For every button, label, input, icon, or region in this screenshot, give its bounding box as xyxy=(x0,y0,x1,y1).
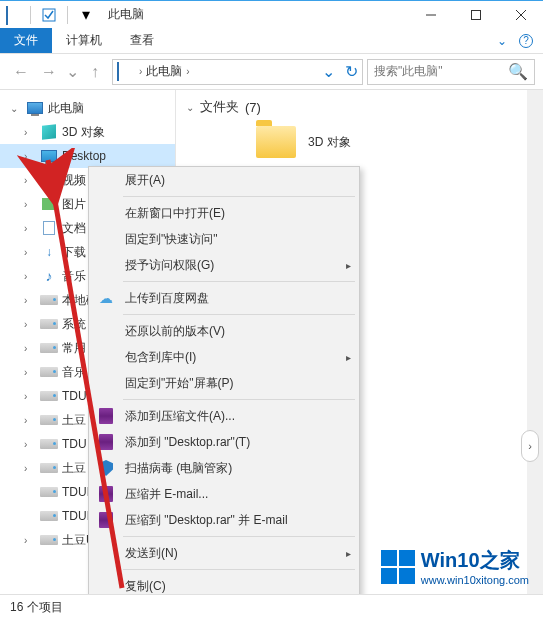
submenu-arrow-icon: ▸ xyxy=(346,352,351,363)
ctx-separator xyxy=(123,281,355,282)
music-icon: ♪ xyxy=(40,267,58,285)
tree-label: 图片 xyxy=(62,196,86,213)
drive-icon xyxy=(40,363,58,381)
watermark: Win10之家 www.win10xitong.com xyxy=(381,547,529,586)
cloud-icon: ☁ xyxy=(97,289,115,307)
watermark-url: www.win10xitong.com xyxy=(421,574,529,586)
ctx-expand[interactable]: 展开(A) xyxy=(89,167,359,193)
ribbon-expand-icon[interactable]: ⌄ xyxy=(497,34,507,48)
download-icon: ↓ xyxy=(40,243,58,261)
ctx-separator xyxy=(123,399,355,400)
chevron-right-icon[interactable]: › xyxy=(24,127,36,138)
app-icon xyxy=(6,7,22,23)
svg-rect-0 xyxy=(43,9,55,21)
ctx-restore-versions[interactable]: 还原以前的版本(V) xyxy=(89,318,359,344)
tree-root[interactable]: ⌄ 此电脑 xyxy=(0,96,175,120)
ctx-rar-email[interactable]: 压缩并 E-mail... xyxy=(89,481,359,507)
breadcrumb[interactable]: › 此电脑 › ⌄ ↻ xyxy=(112,59,363,85)
ctx-pin-quick-access[interactable]: 固定到"快速访问" xyxy=(89,226,359,252)
title-bar: ▾ 此电脑 xyxy=(0,0,543,28)
drive-icon xyxy=(40,507,58,525)
breadcrumb-chevron-1[interactable]: › xyxy=(139,66,142,77)
ctx-rar-add[interactable]: 添加到压缩文件(A)... xyxy=(89,403,359,429)
document-icon xyxy=(40,219,58,237)
minimize-button[interactable] xyxy=(408,1,453,29)
title-bar-left: ▾ 此电脑 xyxy=(0,5,144,25)
chevron-down-icon[interactable]: ⌄ xyxy=(10,103,22,114)
ctx-rar-add-to[interactable]: 添加到 "Desktop.rar"(T) xyxy=(89,429,359,455)
ctx-grant-access[interactable]: 授予访问权限(G)▸ xyxy=(89,252,359,278)
submenu-arrow-icon: ▸ xyxy=(346,260,351,271)
forward-button[interactable]: → xyxy=(36,59,62,85)
tree-label: TDU xyxy=(62,389,87,403)
ctx-scan-virus[interactable]: 扫描病毒 (电脑管家) xyxy=(89,455,359,481)
scroll-right-button[interactable]: › xyxy=(521,430,539,462)
pc-icon xyxy=(26,99,44,117)
tab-computer[interactable]: 计算机 xyxy=(52,28,116,53)
submenu-arrow-icon: ▸ xyxy=(346,548,351,559)
close-button[interactable] xyxy=(498,1,543,29)
drive-icon xyxy=(40,435,58,453)
ctx-baidu-upload[interactable]: ☁上传到百度网盘 xyxy=(89,285,359,311)
drive-icon xyxy=(40,531,58,549)
section-count: (7) xyxy=(245,100,261,115)
qat-divider xyxy=(30,6,31,24)
ctx-open-new-window[interactable]: 在新窗口中打开(E) xyxy=(89,200,359,226)
ctx-pin-start[interactable]: 固定到"开始"屏幕(P) xyxy=(89,370,359,396)
refresh-icon[interactable]: ↻ xyxy=(345,62,358,81)
ribbon-tabs: 文件 计算机 查看 ⌄ ? xyxy=(0,28,543,54)
tree-label: 系统 xyxy=(62,316,86,333)
chevron-right-icon[interactable]: › xyxy=(24,151,36,162)
drive-icon xyxy=(40,483,58,501)
ctx-separator xyxy=(123,196,355,197)
window-title: 此电脑 xyxy=(108,6,144,23)
tree-label: Desktop xyxy=(62,149,106,163)
ctx-include-library[interactable]: 包含到库中(I)▸ xyxy=(89,344,359,370)
window-controls xyxy=(408,1,543,29)
drive-icon xyxy=(40,315,58,333)
video-icon xyxy=(40,171,58,189)
breadcrumb-chevron-2[interactable]: › xyxy=(186,66,189,77)
search-input[interactable]: 搜索"此电脑" 🔍 xyxy=(367,59,535,85)
maximize-button[interactable] xyxy=(453,1,498,29)
ribbon-help: ⌄ ? xyxy=(497,28,543,53)
status-count: 16 个项目 xyxy=(10,599,63,616)
watermark-text: Win10之家 www.win10xitong.com xyxy=(421,547,529,586)
section-title: 文件夹 xyxy=(200,98,239,116)
tab-file[interactable]: 文件 xyxy=(0,28,52,53)
folder-icon xyxy=(256,126,296,158)
folder-label: 3D 对象 xyxy=(308,134,351,151)
tree-root-label: 此电脑 xyxy=(48,100,84,117)
shield-icon xyxy=(97,459,115,477)
qat-divider-2 xyxy=(67,6,68,24)
breadcrumb-dropdown-icon[interactable]: ⌄ xyxy=(322,62,335,81)
recent-dropdown[interactable]: ⌄ xyxy=(64,59,80,85)
ctx-separator xyxy=(123,314,355,315)
tree-label: 土豆 xyxy=(62,412,86,429)
nav-bar: ← → ⌄ ↑ › 此电脑 › ⌄ ↻ 搜索"此电脑" 🔍 xyxy=(0,54,543,90)
watermark-title: Win10之家 xyxy=(421,547,529,574)
tab-view[interactable]: 查看 xyxy=(116,28,168,53)
folder-item[interactable]: 3D 对象 xyxy=(186,126,533,158)
chevron-down-icon[interactable]: ⌄ xyxy=(186,102,194,113)
qat-dropdown-icon[interactable]: ▾ xyxy=(76,5,96,25)
back-button[interactable]: ← xyxy=(8,59,34,85)
tree-item-desktop[interactable]: ›Desktop xyxy=(0,144,175,168)
breadcrumb-location[interactable]: 此电脑 xyxy=(146,63,182,80)
qat-checkbox-icon[interactable] xyxy=(39,5,59,25)
ctx-rar-email-to[interactable]: 压缩到 "Desktop.rar" 并 E-mail xyxy=(89,507,359,533)
svg-rect-2 xyxy=(471,10,480,19)
help-icon[interactable]: ? xyxy=(519,34,533,48)
drive-icon xyxy=(40,339,58,357)
desktop-icon xyxy=(40,147,58,165)
up-button[interactable]: ↑ xyxy=(82,59,108,85)
section-header[interactable]: ⌄ 文件夹 (7) xyxy=(186,98,533,116)
tree-label: 土豆 xyxy=(62,460,86,477)
search-placeholder: 搜索"此电脑" xyxy=(374,63,508,80)
ctx-separator xyxy=(123,569,355,570)
tree-label: 文档 xyxy=(62,220,86,237)
tree-label: 音乐 xyxy=(62,364,86,381)
tree-item-3d[interactable]: ›3D 对象 xyxy=(0,120,175,144)
status-bar: 16 个项目 xyxy=(0,594,543,620)
ctx-send-to[interactable]: 发送到(N)▸ xyxy=(89,540,359,566)
